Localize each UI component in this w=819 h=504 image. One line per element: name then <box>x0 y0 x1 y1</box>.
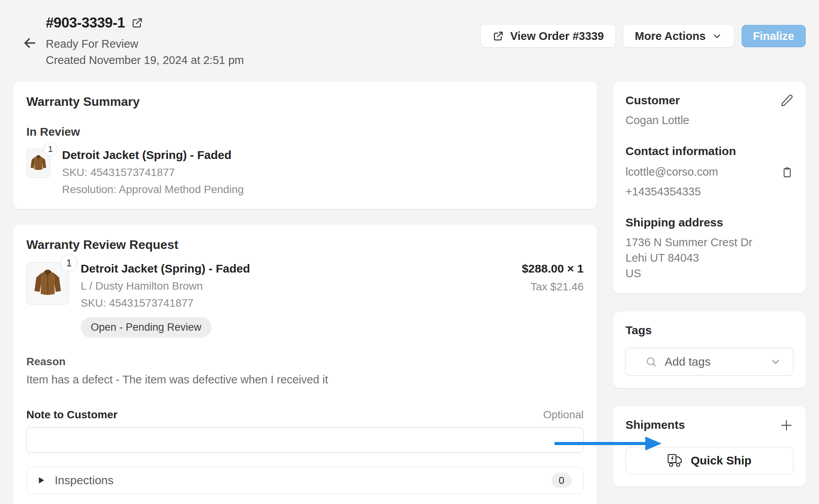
address-line: US <box>625 266 793 281</box>
customer-title: Customer <box>625 94 680 107</box>
in-review-label: In Review <box>26 125 584 138</box>
note-to-customer-label: Note to Customer <box>26 409 117 421</box>
customer-card: Customer Cogan Lottle Contact informatio… <box>613 81 806 293</box>
arrow-left-icon <box>22 35 38 51</box>
item-sku: SKU: 45431573741877 <box>81 297 510 309</box>
page-title: #903-3339-1 <box>46 15 125 31</box>
quantity-badge: 1 <box>43 142 57 156</box>
address-line: Lehi UT 84043 <box>625 250 793 266</box>
page-status: Ready For Review <box>46 36 244 52</box>
status-badge: Open - Pending Review <box>81 317 211 338</box>
shipments-title: Shipments <box>625 418 685 432</box>
finalize-button[interactable]: Finalize <box>741 25 806 47</box>
item-name: Detroit Jacket (Spring) - Faded <box>62 148 244 162</box>
quick-ship-truck-icon <box>667 454 684 468</box>
quantity-badge: 1 <box>60 254 78 271</box>
address-line: 1736 N Summer Crest Dr <box>625 235 793 250</box>
chevron-down-icon <box>770 356 781 368</box>
shipments-card: Shipments <box>613 406 806 487</box>
tags-card: Tags Add tags <box>613 311 806 388</box>
reason-label: Reason <box>26 356 584 368</box>
inspections-label: Inspections <box>55 474 114 487</box>
summary-line-item: 1 Detroit Jacket (Spring) - Faded SKU: 4… <box>26 148 584 196</box>
item-tax: Tax $21.46 <box>522 281 584 293</box>
quick-ship-label: Quick Ship <box>691 454 752 467</box>
inspections-count-badge: 0 <box>551 473 572 488</box>
caret-right-icon <box>38 476 45 484</box>
quick-ship-button[interactable]: Quick Ship <box>625 447 793 474</box>
chevron-down-icon <box>712 31 722 41</box>
item-name: Detroit Jacket (Spring) - Faded <box>81 262 510 275</box>
more-actions-button[interactable]: More Actions <box>623 25 734 47</box>
request-line-item: 1 Detroit Jacket (Spring) - Faded L / Du… <box>26 262 584 338</box>
warranty-summary-card: Warranty Summary In Review <box>13 81 597 209</box>
review-request-title: Warranty Review Request <box>26 238 584 252</box>
copy-email-button[interactable] <box>781 166 793 178</box>
add-tags-placeholder: Add tags <box>665 355 710 368</box>
add-shipment-button[interactable] <box>779 418 793 432</box>
note-to-customer-input[interactable] <box>26 427 584 453</box>
item-price: $288.00 × 1 <box>522 262 584 275</box>
customer-phone: +14354354335 <box>625 185 793 198</box>
page-created: Created November 19, 2024 at 2:51 pm <box>46 52 244 68</box>
edit-customer-button[interactable] <box>780 94 793 107</box>
item-resolution: Resolution: Approval Method Pending <box>62 183 244 196</box>
more-actions-label: More Actions <box>635 30 706 43</box>
jacket-image <box>33 266 63 300</box>
back-button[interactable] <box>22 18 38 68</box>
item-sku: SKU: 45431573741877 <box>62 166 244 179</box>
contact-information-title: Contact information <box>625 145 793 158</box>
shipping-address-title: Shipping address <box>625 216 793 229</box>
clipboard-icon <box>781 166 793 178</box>
view-order-button[interactable]: View Order #3339 <box>481 25 615 47</box>
customer-name: Cogan Lottle <box>625 114 793 127</box>
reason-text: Item has a defect - The item was defecti… <box>26 373 584 386</box>
jacket-image <box>29 152 47 174</box>
external-link-icon <box>492 30 504 42</box>
warranty-review-request-card: Warranty Review Request <box>13 224 597 504</box>
search-icon <box>645 356 657 368</box>
optional-label: Optional <box>543 409 584 421</box>
add-tags-input[interactable]: Add tags <box>625 348 793 376</box>
tags-title: Tags <box>625 324 793 337</box>
view-order-label: View Order #3339 <box>510 30 604 43</box>
inspections-expander[interactable]: Inspections 0 <box>26 467 584 494</box>
customer-email: lcottle@corso.com <box>625 166 718 178</box>
pencil-icon <box>780 94 793 107</box>
item-variant: L / Dusty Hamilton Brown <box>81 280 510 292</box>
warranty-summary-title: Warranty Summary <box>26 95 584 109</box>
plus-icon <box>779 418 793 432</box>
page-header: #903-3339-1 Ready For Review Created Nov… <box>0 0 819 68</box>
external-link-icon[interactable] <box>131 17 143 29</box>
